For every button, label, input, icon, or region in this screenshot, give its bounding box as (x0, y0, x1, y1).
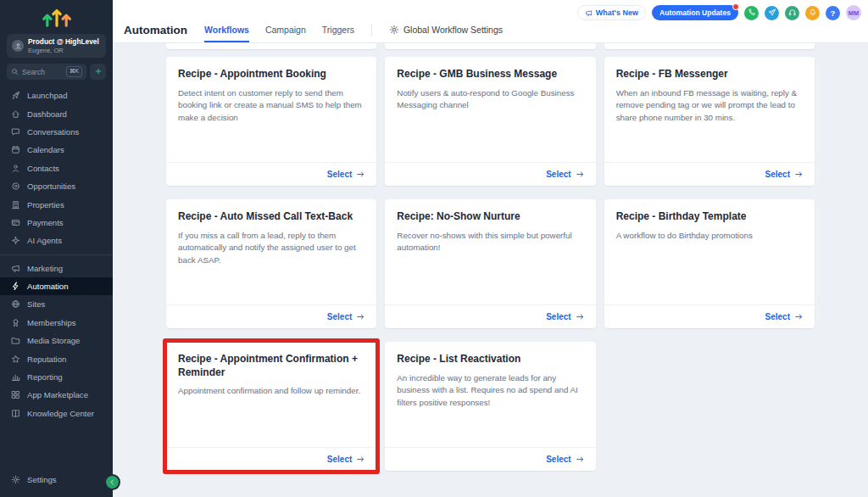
sidebar-item-launchpad[interactable]: Launchpad (0, 87, 113, 104)
phone-icon (748, 7, 756, 20)
sidebar-item-reporting[interactable]: Reporting (0, 368, 113, 386)
star-icon (11, 355, 20, 364)
tab-workflows[interactable]: Workflows (204, 17, 249, 42)
recipe-title: Recipe - Auto Missed Call Text-Back (178, 210, 364, 224)
sidebar-item-reputation[interactable]: Reputation (0, 349, 113, 367)
select-button[interactable]: Select (327, 312, 365, 321)
sidebar-item-calendars[interactable]: Calendars (0, 141, 113, 159)
select-label: Select (546, 170, 570, 179)
ribbon-icon (11, 318, 20, 327)
quick-add-button[interactable] (90, 64, 106, 80)
sidebar-item-label: Launchpad (27, 91, 67, 100)
scrolled-card-partials (166, 43, 815, 49)
account-switcher[interactable]: Product @ HighLevel Eugene, OR (7, 34, 106, 58)
tab-triggers[interactable]: Triggers (322, 17, 354, 42)
sidebar-item-label: AI Agents (27, 236, 62, 245)
arrow-right-icon (576, 312, 585, 321)
help-button[interactable]: ? (826, 6, 840, 20)
recipe-card-footer: Select (385, 447, 595, 471)
sidebar-item-label: Automation (27, 282, 69, 291)
sidebar-collapse-button[interactable] (106, 476, 119, 489)
select-button[interactable]: Select (327, 455, 365, 464)
global-workflow-settings-label: Global Workflow Settings (403, 25, 503, 35)
arrow-right-icon (356, 170, 365, 179)
header-divider (371, 24, 372, 36)
recipe-description: Detect intent on customer reply to send … (178, 87, 364, 125)
search-placeholder: Search (22, 68, 45, 76)
folder-icon (11, 336, 20, 345)
select-button[interactable]: Select (765, 170, 804, 179)
sidebar-item-label: Settings (27, 475, 57, 484)
sidebar-nav: LaunchpadDashboardConversationsCalendars… (0, 87, 113, 422)
recipe-title: Recipe - GMB Business Message (397, 68, 583, 81)
sidebar-item-contacts[interactable]: Contacts (0, 159, 113, 177)
sidebar-settings-wrap: Settings (0, 471, 113, 489)
send-button[interactable] (765, 6, 779, 20)
recipe-card: Recipe - Auto Missed Call Text-BackIf yo… (166, 199, 376, 328)
notifications-button[interactable] (805, 6, 820, 20)
page-header: Automation WorkflowsCampaignTriggers Glo… (113, 0, 868, 43)
select-button[interactable]: Select (546, 170, 584, 179)
sidebar-item-opportunities[interactable]: Opportunities (0, 177, 113, 195)
sidebar-item-sites[interactable]: Sites (0, 295, 113, 313)
support-button[interactable] (785, 6, 799, 20)
global-workflow-settings-button[interactable]: Global Workflow Settings (389, 25, 503, 35)
sidebar-item-memberships[interactable]: Memberships (0, 314, 113, 332)
recipe-card-body: Recipe: No-Show NurtureRecover no-shows … (385, 199, 595, 304)
automation-updates-badge[interactable]: Automation Updates (652, 5, 738, 20)
sidebar-item-label: Opportunities (27, 181, 75, 191)
sidebar-item-label: App Marketplace (27, 390, 88, 399)
search-input[interactable]: Search ⌘K (7, 64, 86, 80)
recipe-card: Recipe - GMB Business MessageNotify user… (385, 57, 595, 186)
select-button[interactable]: Select (546, 455, 584, 464)
target-icon (11, 181, 20, 191)
sidebar-item-automation[interactable]: Automation (0, 277, 113, 295)
sidebar-item-conversations[interactable]: Conversations (0, 123, 113, 141)
arrow-right-icon (576, 455, 585, 464)
sidebar-item-app-marketplace[interactable]: App Marketplace (0, 386, 113, 404)
user-avatar[interactable]: MM (846, 5, 861, 20)
arrow-right-icon (356, 455, 365, 464)
recipe-card-footer: Select (166, 162, 376, 186)
recipe-description: When an inbound FB message is waiting, r… (616, 87, 803, 125)
sidebar-item-payments[interactable]: Payments (0, 214, 113, 232)
recipe-card-body: Recipe - GMB Business MessageNotify user… (385, 57, 595, 162)
tab-campaign[interactable]: Campaign (265, 17, 306, 42)
recipe-title: Recipe - FB Messenger (616, 68, 803, 81)
app-root: Product @ HighLevel Eugene, OR Search ⌘K… (0, 0, 868, 497)
recipe-card: Recipe - Appointment BookingDetect inten… (166, 57, 376, 186)
sidebar-item-knowledge-center[interactable]: Knowledge Center (0, 405, 113, 422)
select-button[interactable]: Select (546, 312, 584, 321)
recipe-card-footer: Select (604, 162, 815, 186)
sidebar-item-dashboard[interactable]: Dashboard (0, 104, 113, 122)
select-button[interactable]: Select (327, 170, 365, 179)
plus-icon (94, 65, 103, 78)
recipes-content: Recipe - Appointment BookingDetect inten… (113, 43, 868, 497)
sidebar-item-label: Reporting (27, 372, 63, 382)
select-label: Select (327, 455, 352, 464)
recipe-card: Recipe - FB MessengerWhen an inbound FB … (604, 57, 815, 186)
card-partial (166, 43, 376, 49)
sidebar-item-label: Conversations (27, 127, 79, 137)
sidebar-item-media-storage[interactable]: Media Storage (0, 332, 113, 349)
book-icon (11, 409, 20, 418)
sidebar-item-properties[interactable]: Properties (0, 195, 113, 213)
arrow-right-icon (576, 170, 585, 179)
phone-button[interactable] (744, 6, 759, 20)
sidebar-spacer (0, 422, 113, 471)
select-button[interactable]: Select (765, 312, 804, 321)
sidebar-item-label: Dashboard (27, 109, 67, 119)
account-location: Eugene, OR (28, 47, 99, 54)
recipe-card: Recipe - Birthday TemplateA workflow to … (604, 199, 815, 328)
user-icon (11, 164, 20, 173)
recipe-card: Recipe - List ReactivationAn incredible … (385, 342, 595, 471)
whats-new-button[interactable]: What's New (577, 5, 646, 20)
recipe-card-footer: Select (166, 304, 376, 328)
sidebar-item-marketing[interactable]: Marketing (0, 260, 113, 277)
arrow-right-icon (794, 312, 804, 321)
sidebar-item-ai-agents[interactable]: AI Agents (0, 232, 113, 249)
sidebar-search-row: Search ⌘K (7, 64, 106, 80)
recipe-description: An incredible way to generate leads for … (397, 372, 583, 410)
chevron-left-icon (108, 476, 116, 489)
sidebar-item-settings[interactable]: Settings (0, 471, 113, 489)
